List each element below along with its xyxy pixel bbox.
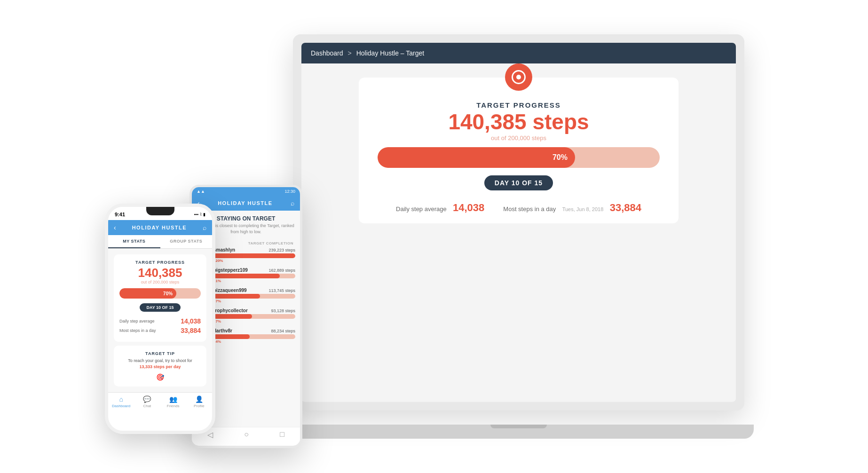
daily-avg-value: 14,038	[453, 202, 484, 213]
phone1-steps-big: 140,385	[119, 267, 201, 279]
username: bigstepperz109	[213, 268, 248, 273]
user-info: trophycollector 93,128 steps 47%	[213, 308, 295, 323]
target-progress-label: TARGET PROGRESS	[378, 101, 660, 109]
phone1-progress-inner: 70%	[119, 288, 176, 299]
recents-nav-icon[interactable]: □	[280, 430, 284, 439]
laptop-base	[284, 425, 754, 439]
phone1-tip-text: To reach your goal, try to shoot for 13,…	[119, 358, 201, 370]
phone1-bottom-nav: ⌂ Dashboard 💬 Chat 👥 Friends 👤 Profile	[108, 392, 212, 410]
progress-pct-label: 70%	[552, 153, 568, 162]
target-icon	[512, 70, 526, 84]
user-bar-inner	[213, 294, 260, 299]
tab-my-stats[interactable]: MY STATS	[108, 235, 160, 248]
user-info: pizzaqueen999 113,745 steps 57%	[213, 288, 295, 303]
progress-bar-inner: 70%	[378, 147, 575, 168]
phone1-progress-pct: 70%	[163, 291, 173, 296]
dashboard-icon: ⌂	[119, 395, 123, 403]
phone1-time: 9:41	[115, 212, 125, 217]
phone1-tip-card: TARGET TIP To reach your goal, try to sh…	[114, 346, 206, 386]
breadcrumb-dashboard: Dashboard	[311, 49, 343, 57]
stats-row: Daily step average 14,038 Most steps in …	[378, 202, 660, 214]
user-bar-outer	[213, 274, 295, 278]
phone1-tip-link: 13,333 steps per day	[139, 364, 181, 369]
phone1-status-icons: ▪▪▪ ⌇ ▮	[194, 212, 205, 217]
username: darthv8r	[213, 328, 232, 333]
phone1: 9:41 ▪▪▪ ⌇ ▮ ‹ HOLIDAY HUSTLE ⌕ MY STATS…	[105, 204, 215, 434]
phone1-most-steps-row: Most steps in a day 33,884	[119, 327, 201, 334]
phone1-nav-profile[interactable]: 👤 Profile	[186, 395, 212, 408]
pct-text: 47%	[213, 319, 295, 323]
scene: Dashboard > Holiday Hustle – Target TARG…	[105, 25, 763, 448]
phone2-header-title: HOLIDAY HUSTLE	[200, 200, 291, 206]
laptop-screen: Dashboard > Holiday Hustle – Target TARG…	[301, 43, 736, 402]
battery-icon: ▮	[203, 212, 205, 217]
phone1-progress-bar: 70%	[119, 288, 201, 299]
back-nav-icon[interactable]: ◁	[207, 430, 213, 439]
user-bar-inner	[213, 253, 295, 258]
phone1-nav-chat-label: Chat	[143, 404, 151, 408]
most-steps-date: Tues, Jun 8, 2018	[562, 206, 604, 212]
phone2-status-bar: ▲▲ 12:30	[192, 187, 300, 196]
user-info: darthv8r 88,234 steps 44%	[213, 328, 295, 344]
signal-icon: ▪▪▪	[194, 212, 198, 217]
phone1-target-label: TARGET PROGRESS	[119, 260, 201, 265]
phone1-nav-dashboard[interactable]: ⌂ Dashboard	[108, 395, 134, 408]
breadcrumb-sep: >	[348, 49, 352, 57]
phone1-nav-profile-label: Profile	[194, 404, 205, 408]
user-info: bigstepperz109 162,889 steps 81%	[213, 268, 295, 283]
phone1-tip-target-icon: 🎯	[119, 373, 201, 381]
user-bar-outer	[213, 253, 295, 258]
col-target-header: TARGET COMPLETION	[248, 241, 293, 245]
user-bar-inner	[213, 274, 280, 278]
phone2-time: 12:30	[284, 189, 295, 194]
phone1-nav-friends[interactable]: 👥 Friends	[160, 395, 186, 408]
phone2-signal-icon: ▲▲	[197, 189, 205, 194]
phone2-search-icon[interactable]: ⌕	[291, 199, 294, 207]
phone1-day-badge: DAY 10 OF 15	[140, 303, 180, 312]
laptop: Dashboard > Holiday Hustle – Target TARG…	[293, 34, 763, 439]
phone1-body: TARGET PROGRESS 140,385 out of 200,000 s…	[108, 249, 212, 392]
phone1-nav-dashboard-label: Dashboard	[112, 404, 130, 408]
user-bar-inner	[213, 334, 250, 339]
phone1-nav-friends-label: Friends	[167, 404, 180, 408]
phone1-most-steps-value: 33,884	[181, 327, 201, 334]
pct-text: 81%	[213, 279, 295, 283]
user-info: smashlyn 239,223 steps 120%	[213, 247, 295, 263]
target-icon-dot	[516, 75, 521, 79]
target-progress-card: TARGET PROGRESS 140,385 steps out of 200…	[359, 78, 679, 223]
chat-icon: 💬	[143, 395, 151, 403]
day-badge: DAY 10 OF 15	[484, 175, 553, 190]
phone1-notch-camera	[146, 207, 174, 215]
phone1-most-steps-label: Most steps in a day	[119, 328, 156, 333]
phone1-tip-label: TARGET TIP	[119, 351, 201, 356]
phone1-steps-sub: out of 200,000 steps	[119, 280, 201, 284]
target-steps-sub: out of 200,000 steps	[378, 134, 660, 142]
steps-text: 113,745 steps	[268, 288, 295, 293]
phone1-tabs: MY STATS GROUP STATS	[108, 235, 212, 249]
user-bar-outer	[213, 334, 295, 339]
profile-icon: 👤	[195, 395, 203, 403]
username: trophycollector	[213, 308, 248, 313]
daily-avg-label: Daily step average	[396, 205, 447, 213]
phone1-nav-chat[interactable]: 💬 Chat	[134, 395, 160, 408]
laptop-nav: Dashboard > Holiday Hustle – Target	[301, 43, 736, 63]
laptop-body: Dashboard > Holiday Hustle – Target TARG…	[293, 34, 744, 410]
most-steps-value: 33,884	[610, 202, 641, 213]
home-nav-icon[interactable]: ○	[244, 430, 249, 439]
phone1-daily-avg-row: Daily step average 14,038	[119, 317, 201, 325]
wifi-icon: ⌇	[200, 212, 202, 217]
phone1-notch: 9:41 ▪▪▪ ⌇ ▮	[108, 207, 212, 220]
target-icon-wrap	[505, 63, 532, 91]
phone1-target-card: TARGET PROGRESS 140,385 out of 200,000 s…	[114, 254, 206, 342]
phone1-search-icon[interactable]: ⌕	[203, 224, 206, 231]
pct-text: 44%	[213, 339, 295, 344]
pct-text: 57%	[213, 299, 295, 303]
username: smashlyn	[213, 247, 235, 252]
target-steps-value: 140,385 steps	[378, 111, 660, 133]
daily-avg-stat: Daily step average 14,038	[396, 202, 484, 214]
tab-group-stats[interactable]: GROUP STATS	[160, 235, 213, 248]
user-bar-outer	[213, 314, 295, 319]
friends-icon: 👥	[169, 395, 177, 403]
phone1-daily-avg-label: Daily step average	[119, 319, 155, 323]
phone1-daily-avg-value: 14,038	[181, 317, 201, 325]
